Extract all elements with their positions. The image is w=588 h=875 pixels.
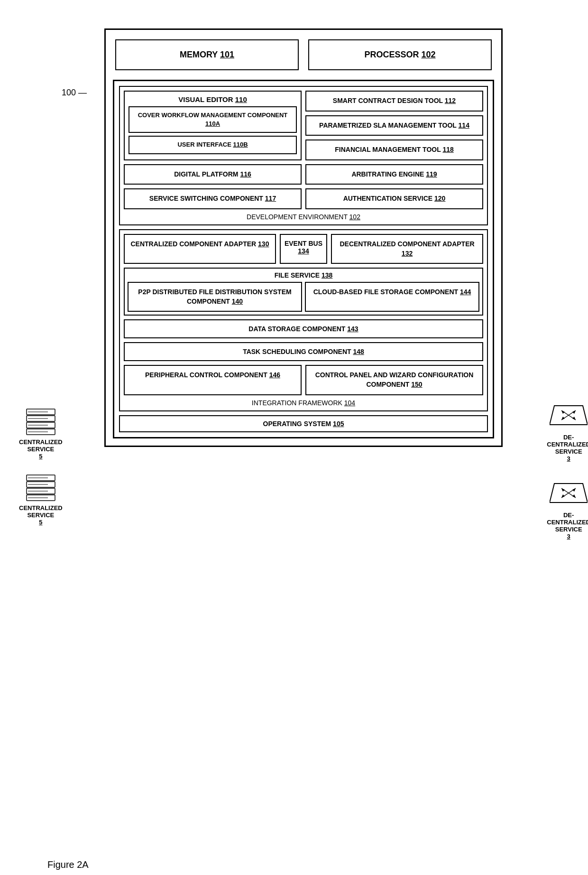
svg-marker-28 xyxy=(572,488,576,492)
file-service-box: FILE SERVICE 138 P2P DISTRIBUTED FILE DI… xyxy=(124,268,483,316)
centralized-service-2: CENTRALIZEDSERVICE 5 xyxy=(19,474,63,526)
right-col-group: SMART CONTRACT DESIGN TOOL 112 PARAMETRI… xyxy=(305,91,483,160)
svg-marker-23 xyxy=(572,417,576,420)
top-hardware-row: MEMORY 101 PROCESSOR 102 xyxy=(110,35,496,75)
right-services-group: DE-CENTRALIZEDSERVICE 3 DE-CENTRALIZEDSE… xyxy=(547,399,588,540)
event-bus-box: EVENT BUS134 xyxy=(280,234,327,264)
smart-contract-box: SMART CONTRACT DESIGN TOOL 112 xyxy=(305,91,483,112)
svg-marker-22 xyxy=(561,410,565,414)
data-storage-box: DATA STORAGE COMPONENT 143 xyxy=(124,319,483,338)
parametrized-sla-box: PARAMETRIZED SLA MANAGEMENT TOOL 114 xyxy=(305,115,483,136)
svg-marker-30 xyxy=(561,488,565,492)
system-outer-box: MEMORY 101 PROCESSOR 102 VISUAL EDITOR 1… xyxy=(104,28,503,447)
centralized-service-1: CENTRALIZEDSERVICE 5 xyxy=(19,408,63,460)
decentralized-service-1: DE-CENTRALIZEDSERVICE 3 xyxy=(547,399,588,462)
cloud-storage-box: CLOUD-BASED FILE STORAGE COMPONENT 144 xyxy=(305,282,479,312)
inner-main-box: VISUAL EDITOR 110 COVER WORKFLOW MANAGEM… xyxy=(113,80,494,438)
dev-env-mid-grid: DIGITAL PLATFORM 116 ARBITRATING ENGINE … xyxy=(124,164,483,185)
task-scheduling-box: TASK SCHEDULING COMPONENT 148 xyxy=(124,342,483,361)
service-switching-box: SERVICE SWITCHING COMPONENT 117 xyxy=(124,188,302,209)
page: Figure 2A 100 — CENTRALIZEDSERVICE 5 xyxy=(9,9,588,875)
processor-box: PROCESSOR 102 xyxy=(308,39,492,70)
control-panel-box: CONTROL PANEL AND WIZARD CONFIGURATION C… xyxy=(305,365,483,395)
cover-workflow-box: COVER WORKFLOW MANAGEMENT COMPONENT110A xyxy=(129,106,297,133)
user-interface-box: USER INTERFACE 110B xyxy=(129,136,297,154)
dev-env-top-grid: VISUAL EDITOR 110 COVER WORKFLOW MANAGEM… xyxy=(124,91,483,160)
digital-platform-box: DIGITAL PLATFORM 116 xyxy=(124,164,302,185)
authentication-box: AUTHENTICATION SERVICE 120 xyxy=(305,188,483,209)
svg-marker-21 xyxy=(561,417,565,420)
svg-marker-31 xyxy=(572,494,576,498)
integration-fw-label: INTEGRATION FRAMEWORK 104 xyxy=(124,399,483,407)
visual-editor-box: VISUAL EDITOR 110 COVER WORKFLOW MANAGEM… xyxy=(124,91,302,160)
centralized-adapter-box: CENTRALIZED COMPONENT ADAPTER 130 xyxy=(124,234,276,264)
dev-env-bottom-grid: SERVICE SWITCHING COMPONENT 117 AUTHENTI… xyxy=(124,188,483,209)
peripheral-control-box: PERIPHERAL CONTROL COMPONENT 146 xyxy=(124,365,302,395)
figure-label: Figure 2A xyxy=(47,859,89,870)
file-inner-grid: P2P DISTRIBUTED FILE DISTRIBUTION SYSTEM… xyxy=(128,282,479,312)
integration-fw-box: CENTRALIZED COMPONENT ADAPTER 130 EVENT … xyxy=(119,229,488,411)
decentralized-adapter-box: DECENTRALIZED COMPONENT ADAPTER 132 xyxy=(331,234,483,264)
svg-marker-20 xyxy=(572,410,576,414)
decentralized-service-2: DE-CENTRALIZEDSERVICE 3 xyxy=(547,476,588,540)
arbitrating-engine-box: ARBITRATING ENGINE 119 xyxy=(305,164,483,185)
system-number-label: 100 — xyxy=(62,88,87,98)
financial-mgmt-box: FINANCIAL MANAGEMENT TOOL 118 xyxy=(305,140,483,160)
main-diagram: MEMORY 101 PROCESSOR 102 VISUAL EDITOR 1… xyxy=(104,28,503,447)
dev-env-box: VISUAL EDITOR 110 COVER WORKFLOW MANAGEM… xyxy=(119,86,488,225)
adapters-row: CENTRALIZED COMPONENT ADAPTER 130 EVENT … xyxy=(124,234,483,264)
p2p-box: P2P DISTRIBUTED FILE DISTRIBUTION SYSTEM… xyxy=(128,282,302,312)
dev-env-label: DEVELOPMENT ENVIRONMENT 102 xyxy=(124,213,483,221)
left-services-group: CENTRALIZEDSERVICE 5 CENTRALIZEDSERVICE … xyxy=(19,408,63,526)
os-bar: OPERATING SYSTEM 105 xyxy=(119,415,488,432)
memory-box: MEMORY 101 xyxy=(115,39,299,70)
bottom-split-grid: PERIPHERAL CONTROL COMPONENT 146 CONTROL… xyxy=(124,365,483,395)
svg-marker-29 xyxy=(561,494,565,498)
